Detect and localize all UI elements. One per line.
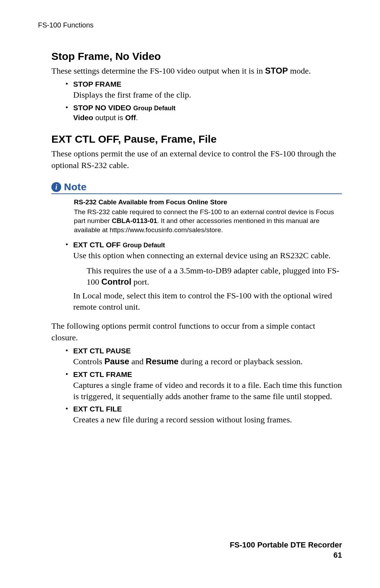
pause-end: during a record or playback session. [178, 357, 303, 366]
note-header: i Note [51, 181, 342, 194]
heading-stop-frame: Stop Frame, No Video [51, 50, 342, 62]
resume-bold: Resume [146, 357, 178, 366]
group-default-tag: Group Default [133, 105, 176, 112]
bullet-ext-ctl-file: EXT CTL FILE Creates a new file during a… [65, 405, 342, 425]
bullet-body: Use this option when connecting an exter… [73, 250, 342, 261]
bullet-body: Creates a new file during a record sessi… [73, 414, 342, 425]
section-ext-ctl: EXT CTL OFF, Pause, Frame, File These op… [51, 133, 342, 426]
bullet-list-1: STOP FRAME Displays the first frame of t… [65, 80, 342, 123]
note-part-number: CBLA-0113-01 [112, 217, 157, 224]
page-number: 61 [230, 550, 342, 561]
running-header: FS-100 Functions [38, 21, 342, 29]
note-body: RS-232 Cable Available from Focus Online… [74, 198, 338, 235]
info-icon: i [51, 182, 61, 192]
followup-text: The following options permit control fun… [51, 320, 342, 343]
section-stop-frame: Stop Frame, No Video These settings dete… [51, 50, 342, 123]
group-default-tag: Group Default [123, 242, 165, 249]
bullet-list-2: EXT CTL OFF Group Default Use this optio… [65, 241, 342, 261]
bullet-ext-ctl-pause: EXT CTL PAUSE Controls Pause and Resume … [65, 347, 342, 367]
pause-bold: Pause [104, 357, 129, 366]
intro-stop-bold: STOP [265, 66, 288, 75]
sub-indent: This requires the use of a a 3.5mm-to-DB… [87, 265, 342, 288]
sub-b: port. [131, 277, 149, 286]
bullet-ext-ctl-off: EXT CTL OFF Group Default Use this optio… [65, 241, 342, 261]
page: FS-100 Functions Stop Frame, No Video Th… [0, 0, 380, 588]
footer: FS-100 Portable DTE Recorder 61 [230, 540, 342, 561]
intro-text: These settings determine the FS-100 vide… [51, 65, 342, 76]
intro-a: These settings determine the FS-100 vide… [51, 66, 265, 75]
control-bold: Control [101, 277, 131, 286]
pause-a: Controls [73, 357, 104, 366]
bullet-head: STOP NO VIDEO [73, 104, 133, 112]
note-label: Note [64, 181, 87, 193]
bullet-body: Displays the first frame of the clip. [73, 89, 342, 100]
note-title: RS-232 Cable Available from Focus Online… [74, 198, 338, 207]
bullet-head: EXT CTL PAUSE [73, 347, 131, 355]
bullet-stop-no-video: STOP NO VIDEO Group Default Video output… [65, 104, 342, 123]
video-mid: output is [93, 113, 125, 122]
bullet-list-3: EXT CTL PAUSE Controls Pause and Resume … [65, 347, 342, 426]
video-end: . [136, 113, 138, 122]
pause-mid: and [129, 357, 146, 366]
video-bold: Video [73, 113, 93, 122]
intro-ext: These options permit the use of an exter… [51, 148, 342, 171]
bullet-head: STOP FRAME [73, 80, 121, 88]
off-bold: Off [125, 113, 136, 122]
bullet-body: Controls Pause and Resume during a recor… [73, 356, 342, 367]
bullet-head: EXT CTL FILE [73, 405, 122, 413]
note-block: i Note RS-232 Cable Available from Focus… [51, 181, 342, 235]
bullet-ext-ctl-frame: EXT CTL FRAME Captures a single frame of… [65, 370, 342, 402]
ext-off-body2: In Local mode, select this item to contr… [73, 290, 342, 313]
bullet-body: Video output is Off. [73, 113, 342, 123]
footer-product: FS-100 Portable DTE Recorder [230, 540, 342, 550]
heading-ext-ctl: EXT CTL OFF, Pause, Frame, File [51, 133, 342, 145]
bullet-head: EXT CTL OFF [73, 241, 123, 249]
bullet-body: Captures a single frame of video and rec… [73, 379, 342, 402]
intro-b: mode. [288, 66, 311, 75]
bullet-stop-frame: STOP FRAME Displays the first frame of t… [65, 80, 342, 100]
bullet-head: EXT CTL FRAME [73, 370, 132, 378]
